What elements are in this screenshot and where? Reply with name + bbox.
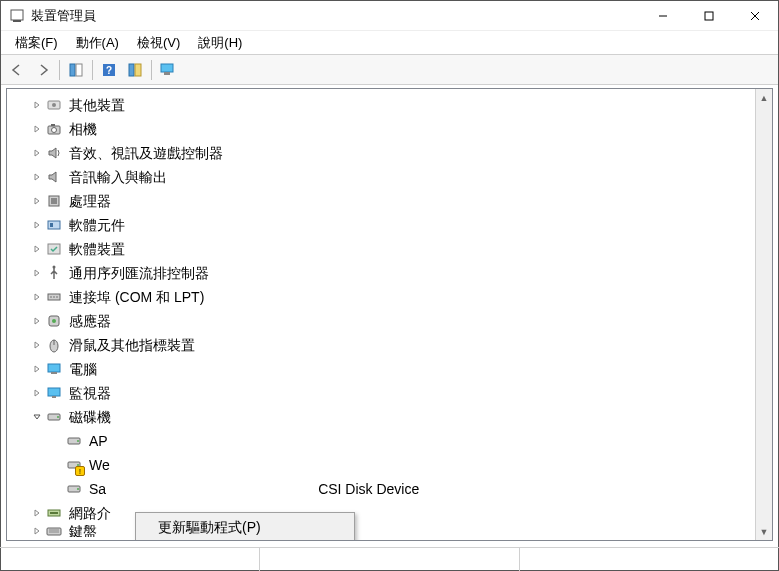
tree-label: 感應器 (67, 310, 113, 332)
svg-rect-12 (161, 64, 173, 72)
window-title: 裝置管理員 (31, 7, 640, 25)
close-button[interactable] (732, 1, 778, 31)
svg-rect-7 (76, 64, 82, 76)
cpu-icon (45, 192, 63, 210)
sensor-icon (45, 312, 63, 330)
minimize-button[interactable] (640, 1, 686, 31)
network-icon (45, 504, 63, 522)
monitor-icon (45, 384, 63, 402)
svg-rect-33 (48, 364, 60, 372)
tree-category[interactable]: 軟體裝置 (7, 237, 772, 261)
usb-icon (45, 264, 63, 282)
chevron-right-icon[interactable] (29, 101, 45, 109)
audio-icon (45, 144, 63, 162)
tree-category[interactable]: 監視器 (7, 381, 772, 405)
tree-label: 監視器 (67, 382, 113, 404)
tree-category[interactable]: 相機 (7, 117, 772, 141)
scan-hardware-button[interactable] (156, 58, 180, 82)
chevron-right-icon[interactable] (29, 389, 45, 397)
chevron-right-icon[interactable] (29, 509, 45, 517)
app-icon (9, 8, 25, 24)
svg-point-38 (57, 416, 59, 418)
tree-category[interactable]: 音訊輸入與輸出 (7, 165, 772, 189)
speaker-icon (45, 168, 63, 186)
chevron-right-icon[interactable] (29, 221, 45, 229)
chevron-right-icon[interactable] (29, 365, 45, 373)
tree-category[interactable]: 其他裝置 (7, 93, 772, 117)
chevron-right-icon[interactable] (29, 197, 45, 205)
maximize-button[interactable] (686, 1, 732, 31)
svg-rect-10 (129, 64, 134, 76)
status-cell (259, 548, 519, 571)
menu-action[interactable]: 動作(A) (68, 32, 127, 54)
cm-update-driver[interactable]: 更新驅動程式(P) (138, 515, 352, 541)
properties-button[interactable] (123, 58, 147, 82)
tree-label: 電腦 (67, 358, 99, 380)
tree-item-disk[interactable]: !We (7, 453, 772, 477)
help-button[interactable]: ? (97, 58, 121, 82)
chevron-right-icon[interactable] (29, 293, 45, 301)
tree-category[interactable]: 通用序列匯流排控制器 (7, 261, 772, 285)
tree-label: AP (87, 430, 110, 452)
svg-point-28 (56, 296, 58, 298)
svg-text:?: ? (106, 65, 112, 76)
menubar: 檔案(F) 動作(A) 檢視(V) 說明(H) (1, 31, 778, 55)
chevron-right-icon[interactable] (29, 245, 45, 253)
toolbar-separator (92, 60, 93, 80)
vertical-scrollbar[interactable]: ▲ ▼ (755, 89, 772, 540)
tree-category[interactable]: 軟體元件 (7, 213, 772, 237)
svg-rect-34 (51, 372, 57, 374)
tree-item-disk[interactable]: AP (7, 429, 772, 453)
tree-category[interactable]: 音效、視訊及遊戲控制器 (7, 141, 772, 165)
tree-category[interactable]: 感應器 (7, 309, 772, 333)
chevron-right-icon[interactable] (29, 125, 45, 133)
tree-category[interactable]: 連接埠 (COM 和 LPT) (7, 285, 772, 309)
scroll-down-button[interactable]: ▼ (756, 523, 772, 540)
tree-category-disk[interactable]: 磁碟機 (7, 405, 772, 429)
tree-category[interactable]: 處理器 (7, 189, 772, 213)
svg-point-40 (77, 440, 79, 442)
tree-category[interactable]: 網路介 (7, 501, 772, 525)
chevron-right-icon[interactable] (29, 317, 45, 325)
chevron-right-icon[interactable] (29, 149, 45, 157)
tree-category[interactable]: 鍵盤 (7, 525, 772, 537)
chevron-down-icon[interactable] (29, 413, 45, 421)
tree-label: 音訊輸入與輸出 (67, 166, 169, 188)
tree-label-trailing: CSI Disk Device (316, 478, 421, 500)
show-hide-console-button[interactable] (64, 58, 88, 82)
statusbar (0, 547, 779, 571)
context-menu: 更新驅動程式(P) 停用裝置(D) 解除安裝裝置(U) 掃描硬體變更(A) 內容… (135, 512, 355, 541)
tree-label: 處理器 (67, 190, 113, 212)
tree-item-disk[interactable]: SaCSI Disk Device (7, 477, 772, 501)
computer-icon (45, 360, 63, 378)
menu-file[interactable]: 檔案(F) (7, 32, 66, 54)
svg-rect-1 (13, 20, 21, 22)
svg-point-15 (52, 103, 56, 107)
tree-category[interactable]: 電腦 (7, 357, 772, 381)
toolbar-separator (151, 60, 152, 80)
tree-label: 通用序列匯流排控制器 (67, 262, 211, 284)
tree-category[interactable]: 滑鼠及其他指標裝置 (7, 333, 772, 357)
tree-label: 磁碟機 (67, 406, 113, 428)
back-button[interactable] (5, 58, 29, 82)
device-tree: 其他裝置相機音效、視訊及遊戲控制器音訊輸入與輸出處理器軟體元件軟體裝置通用序列匯… (7, 89, 772, 541)
svg-rect-35 (48, 388, 60, 396)
tree-label: 鍵盤 (67, 525, 99, 537)
svg-rect-21 (48, 221, 60, 229)
chevron-right-icon[interactable] (29, 341, 45, 349)
tree-label: 網路介 (67, 502, 113, 524)
tree-label: Sa (87, 478, 108, 500)
chevron-right-icon[interactable] (29, 269, 45, 277)
forward-button[interactable] (31, 58, 55, 82)
svg-rect-22 (50, 223, 53, 227)
chevron-right-icon[interactable] (29, 527, 45, 535)
menu-help[interactable]: 說明(H) (190, 32, 250, 54)
mouse-icon (45, 336, 63, 354)
svg-point-44 (77, 488, 79, 490)
svg-rect-20 (51, 198, 57, 204)
scroll-up-button[interactable]: ▲ (756, 89, 772, 106)
menu-view[interactable]: 檢視(V) (129, 32, 188, 54)
tree-label: 連接埠 (COM 和 LPT) (67, 286, 206, 308)
chevron-right-icon[interactable] (29, 173, 45, 181)
svg-point-24 (53, 266, 56, 269)
